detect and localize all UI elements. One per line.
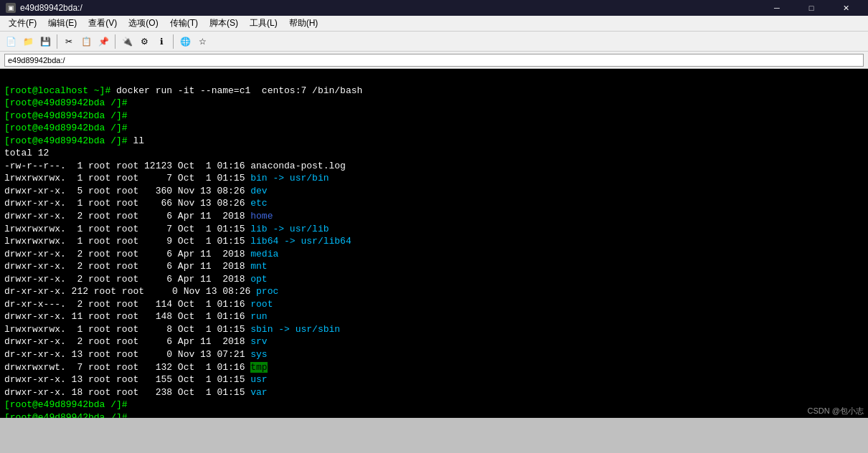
tb-copy[interactable]: 📋 <box>78 34 94 49</box>
minimize-button[interactable]: ─ <box>760 0 793 16</box>
menu-transfer[interactable]: 传输(T) <box>164 16 204 31</box>
toolbar: 📄 📁 💾 ✂ 📋 📌 🔌 ⚙ ℹ 🌐 ☆ <box>0 32 868 52</box>
close-button[interactable]: ✕ <box>829 0 862 16</box>
menu-script[interactable]: 脚本(S) <box>204 16 244 31</box>
title-icon: ▣ <box>6 3 16 13</box>
tb-globe[interactable]: 🌐 <box>177 34 193 49</box>
menu-file[interactable]: 文件(F) <box>3 16 42 31</box>
title-bar: ▣ e49d89942bda:/ ─ □ ✕ <box>0 0 868 16</box>
menu-options[interactable]: 选项(O) <box>123 16 164 31</box>
toolbar-sep2 <box>115 34 115 49</box>
terminal-content: [root@localhost ~]# docker run -it --nam… <box>4 85 799 418</box>
toolbar-sep3 <box>173 34 174 49</box>
menu-bar: 文件(F) 编辑(E) 查看(V) 选项(O) 传输(T) 脚本(S) 工具(L… <box>0 16 868 32</box>
address-bar <box>0 52 868 69</box>
menu-help[interactable]: 帮助(H) <box>283 16 324 31</box>
menu-tools[interactable]: 工具(L) <box>244 16 283 31</box>
tb-open[interactable]: 📁 <box>20 34 36 49</box>
tb-connect[interactable]: 🔌 <box>119 34 135 49</box>
tb-new[interactable]: 📄 <box>3 34 19 49</box>
menu-view[interactable]: 查看(V) <box>82 16 123 31</box>
tb-cut[interactable]: ✂ <box>61 34 77 49</box>
tb-save[interactable]: 💾 <box>37 34 53 49</box>
maximize-button[interactable]: □ <box>795 0 828 16</box>
toolbar-sep1 <box>57 34 57 49</box>
tb-paste[interactable]: 📌 <box>95 34 111 49</box>
tb-settings[interactable]: ⚙ <box>136 34 152 49</box>
tb-info[interactable]: ℹ <box>154 34 169 49</box>
terminal[interactable]: [root@localhost ~]# docker run -it --nam… <box>0 69 868 418</box>
menu-edit[interactable]: 编辑(E) <box>42 16 82 31</box>
address-input[interactable] <box>4 54 864 67</box>
window-title: e49d89942bda:/ <box>20 3 82 13</box>
tb-star[interactable]: ☆ <box>194 34 210 49</box>
watermark: CSDN @包小志 <box>808 406 864 416</box>
